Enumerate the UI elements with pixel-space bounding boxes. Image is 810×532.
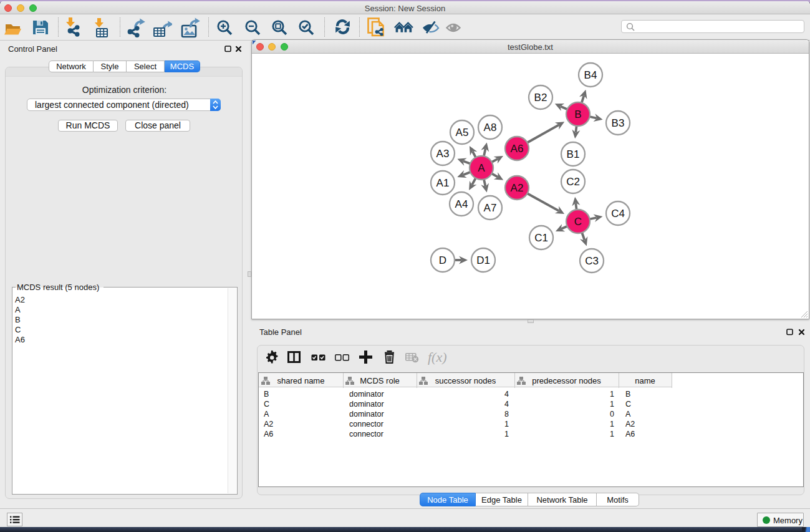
svg-text:C4: C4	[611, 208, 625, 220]
svg-text:C2: C2	[566, 176, 580, 188]
svg-text:A3: A3	[436, 148, 450, 160]
svg-text:A7: A7	[484, 202, 497, 214]
svg-text:B: B	[574, 109, 581, 120]
svg-text:B2: B2	[534, 92, 547, 104]
svg-text:D: D	[439, 254, 446, 266]
svg-text:A: A	[478, 162, 485, 174]
svg-text:A4: A4	[455, 198, 468, 210]
svg-text:C3: C3	[585, 255, 599, 267]
svg-text:A5: A5	[456, 127, 469, 138]
svg-text:B1: B1	[567, 148, 580, 160]
svg-text:C: C	[574, 216, 582, 228]
svg-text:C1: C1	[534, 232, 548, 244]
svg-text:B4: B4	[584, 69, 597, 81]
svg-text:A6: A6	[511, 143, 524, 155]
svg-text:A2: A2	[511, 182, 524, 194]
svg-text:D1: D1	[476, 254, 490, 266]
svg-text:A1: A1	[436, 177, 450, 189]
svg-text:B3: B3	[612, 117, 625, 129]
svg-text:A8: A8	[484, 122, 497, 133]
